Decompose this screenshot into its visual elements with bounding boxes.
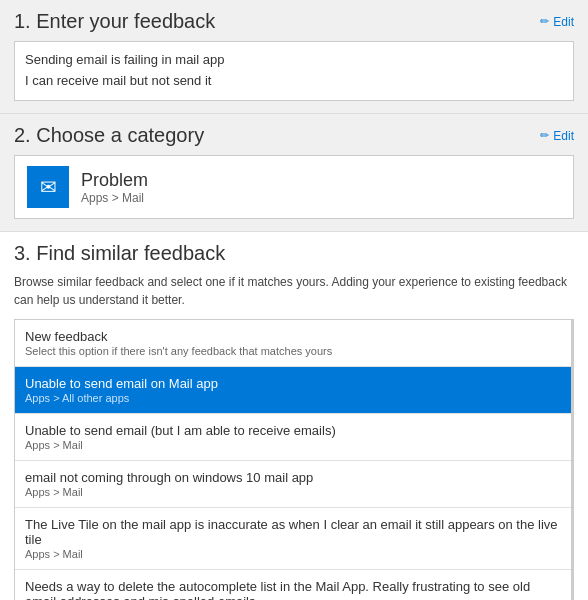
section-3-number: 3. <box>14 242 31 264</box>
section-2: 2. Choose a category ✏ Edit ✉ Problem Ap… <box>0 114 588 232</box>
feedback-list-item[interactable]: Needs a way to delete the autocomplete l… <box>15 570 571 600</box>
section-2-edit-link[interactable]: ✏ Edit <box>540 129 574 143</box>
feedback-list-item[interactable]: Unable to send email on Mail appApps > A… <box>15 367 571 414</box>
category-path: Apps > Mail <box>81 191 148 205</box>
feedback-list: New feedbackSelect this option if there … <box>14 319 574 600</box>
section-2-title: 2. Choose a category <box>14 124 204 147</box>
section-1-title: 1. Enter your feedback <box>14 10 215 33</box>
section-2-edit-label: Edit <box>553 129 574 143</box>
section-1-title-text: Enter your feedback <box>36 10 215 32</box>
item-title: Unable to send email on Mail app <box>25 376 561 391</box>
pencil-icon: ✏ <box>540 15 549 28</box>
item-title: New feedback <box>25 329 561 344</box>
item-subtitle: Select this option if there isn't any fe… <box>25 345 561 357</box>
section-3-title-text: Find similar feedback <box>36 242 225 264</box>
item-path: Apps > Mail <box>25 439 561 451</box>
section-3-description: Browse similar feedback and select one i… <box>14 273 574 309</box>
item-title: email not coming through on windows 10 m… <box>25 470 561 485</box>
category-name: Problem <box>81 170 148 191</box>
section-1-header: 1. Enter your feedback ✏ Edit <box>14 10 574 33</box>
category-box: ✉ Problem Apps > Mail <box>14 155 574 219</box>
feedback-list-item[interactable]: email not coming through on windows 10 m… <box>15 461 571 508</box>
pencil-icon-2: ✏ <box>540 129 549 142</box>
section-1-number: 1. <box>14 10 31 32</box>
category-info: Problem Apps > Mail <box>81 170 148 205</box>
section-1-feedback-box: Sending email is failing in mail app I c… <box>14 41 574 101</box>
feedback-list-wrapper: New feedbackSelect this option if there … <box>14 319 574 600</box>
item-path: Apps > Mail <box>25 548 561 560</box>
section-2-number: 2. <box>14 124 31 146</box>
item-path: Apps > Mail <box>25 486 561 498</box>
envelope-icon: ✉ <box>40 175 57 199</box>
section-3-title: 3. Find similar feedback <box>14 242 574 265</box>
section-2-title-text: Choose a category <box>36 124 204 146</box>
item-path: Apps > All other apps <box>25 392 561 404</box>
feedback-list-item[interactable]: Unable to send email (but I am able to r… <box>15 414 571 461</box>
section-1-edit-link[interactable]: ✏ Edit <box>540 15 574 29</box>
feedback-line-1: Sending email is failing in mail app <box>25 50 563 71</box>
category-icon-box: ✉ <box>27 166 69 208</box>
item-title: Needs a way to delete the autocomplete l… <box>25 579 561 600</box>
section-3: 3. Find similar feedback Browse similar … <box>0 232 588 600</box>
feedback-list-item[interactable]: The Live Tile on the mail app is inaccur… <box>15 508 571 570</box>
section-1-edit-label: Edit <box>553 15 574 29</box>
feedback-list-item[interactable]: New feedbackSelect this option if there … <box>15 320 571 367</box>
section-2-header: 2. Choose a category ✏ Edit <box>14 124 574 147</box>
item-title: The Live Tile on the mail app is inaccur… <box>25 517 561 547</box>
section-1: 1. Enter your feedback ✏ Edit Sending em… <box>0 0 588 114</box>
feedback-line-2: I can receive mail but not send it <box>25 71 563 92</box>
item-title: Unable to send email (but I am able to r… <box>25 423 561 438</box>
